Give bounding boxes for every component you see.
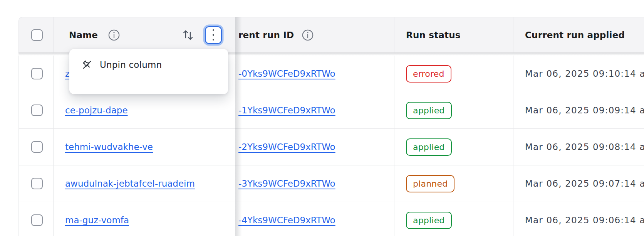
column-header-run-status-label: Run status (406, 30, 461, 40)
status-badge: applied (406, 138, 452, 156)
table-row: awudulnak-jebtafcel-ruadeim -3Yks9WCFeD9… (18, 165, 644, 202)
status-badge: applied (406, 212, 452, 229)
info-icon[interactable] (302, 29, 314, 41)
name-link[interactable]: tehmi-wudvakhe-ve (65, 142, 153, 152)
column-menu-popup: Unpin column (69, 49, 228, 94)
kebab-icon (213, 29, 215, 31)
runs-table-viewport: Name (0, 0, 644, 236)
run-id-link[interactable]: -2Yks9WCFeD9xRTWo (238, 142, 335, 152)
table-row: ma-guz-vomfa -4Yks9WCFeD9xRTWo applied M… (18, 202, 644, 236)
header-cell-run-status: Run status (394, 17, 513, 52)
column-header-name-label: Name (69, 30, 98, 40)
table-row: tehmi-wudvakhe-ve -2Yks9WCFeD9xRTWo appl… (18, 129, 644, 165)
applied-timestamp: Mar 06, 2025 09:08:14 am (525, 142, 644, 152)
select-all-checkbox[interactable] (31, 29, 43, 41)
menu-item-label: Unpin column (100, 60, 162, 70)
table-header-row: Name (18, 17, 644, 52)
applied-timestamp: Mar 06, 2025 09:07:14 am (525, 179, 644, 189)
table-row: ce-pojzu-dape -1Yks9WCFeD9xRTWo applied … (18, 92, 644, 129)
sort-icon[interactable] (182, 28, 194, 42)
name-link[interactable]: awudulnak-jebtafcel-ruadeim (65, 179, 195, 189)
row-checkbox[interactable] (31, 178, 43, 189)
status-badge: planned (406, 175, 454, 192)
name-link[interactable]: ma-guz-vomfa (65, 215, 129, 225)
column-header-run-id-label: rent run ID (238, 30, 294, 40)
row-checkbox[interactable] (31, 214, 43, 226)
header-cell-name: Name (54, 17, 235, 52)
run-id-link[interactable]: -3Yks9WCFeD9xRTWo (238, 179, 335, 189)
status-badge: errored (406, 65, 451, 83)
unpin-icon (81, 59, 93, 71)
column-header-current-run-applied-label: Current run applied (525, 30, 625, 40)
info-icon[interactable] (108, 29, 120, 41)
row-checkbox[interactable] (31, 68, 43, 79)
header-cell-select (19, 17, 54, 52)
row-checkbox[interactable] (31, 141, 43, 153)
header-cell-current-run-id: rent run ID (235, 17, 394, 52)
run-id-link[interactable]: -4Yks9WCFeD9xRTWo (238, 215, 335, 225)
run-id-link[interactable]: -1Yks9WCFeD9xRTWo (238, 105, 335, 115)
applied-timestamp: Mar 06, 2025 09:09:14 am (525, 105, 644, 115)
row-checkbox[interactable] (31, 105, 43, 116)
header-cell-current-run-applied: Current run applied (513, 17, 644, 52)
applied-timestamp: Mar 06, 2025 09:10:14 am (525, 69, 644, 79)
status-badge: applied (406, 102, 452, 119)
name-link[interactable]: ce-pojzu-dape (65, 105, 128, 115)
column-menu-button[interactable] (205, 26, 222, 44)
menu-item-unpin-column[interactable]: Unpin column (73, 54, 224, 76)
applied-timestamp: Mar 06, 2025 09:06:14 am (525, 215, 644, 225)
run-id-link[interactable]: -0Yks9WCFeD9xRTWo (238, 69, 335, 79)
